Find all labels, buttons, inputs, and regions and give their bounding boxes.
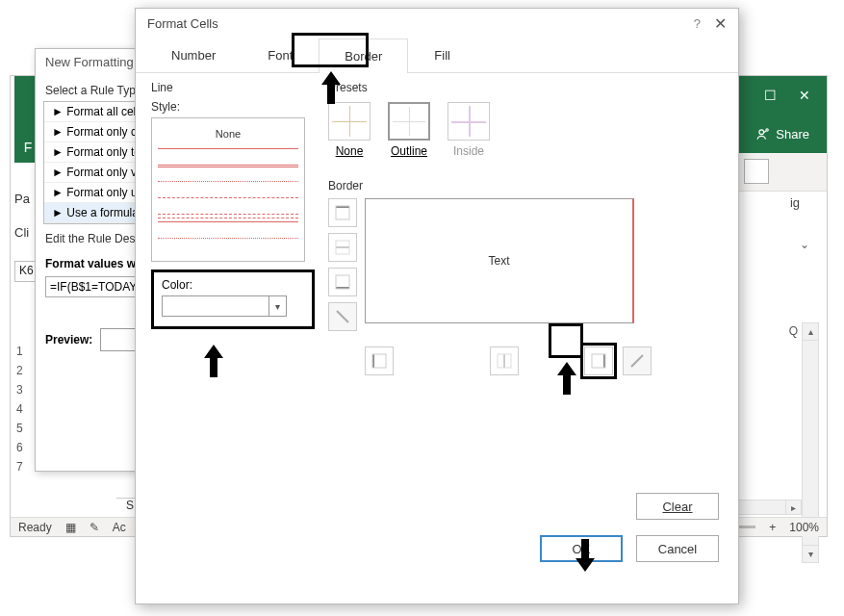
- border-right-button[interactable]: [584, 346, 613, 375]
- border-preview: Text: [365, 198, 634, 323]
- scroll-right-icon[interactable]: ▸: [785, 500, 801, 514]
- row-header[interactable]: 3: [16, 380, 23, 399]
- preset-outline[interactable]: Outline: [388, 102, 430, 158]
- svg-rect-14: [592, 354, 605, 368]
- style-label: Style:: [151, 100, 315, 114]
- share-button[interactable]: Share: [756, 127, 809, 141]
- preset-inside[interactable]: Inside: [448, 102, 490, 158]
- line-style-option[interactable]: [158, 214, 298, 218]
- paste-label: Pa: [14, 192, 30, 206]
- border-bottom-row: [365, 343, 652, 379]
- preset-none-icon: [328, 102, 371, 141]
- line-style-list[interactable]: None: [151, 117, 305, 262]
- border-side-buttons: [328, 198, 357, 337]
- clipboard-label: Cli: [14, 225, 29, 240]
- preview-label: Preview:: [45, 333, 92, 346]
- tab-font[interactable]: Font: [242, 38, 319, 72]
- border-left-button[interactable]: [365, 346, 394, 375]
- clear-button[interactable]: Clear: [636, 493, 719, 520]
- svg-rect-7: [336, 275, 349, 289]
- border-middle-h-button[interactable]: [328, 233, 357, 262]
- svg-rect-3: [336, 206, 349, 219]
- dialog-title: Format Cells: [147, 16, 218, 31]
- preset-inside-icon: [448, 102, 490, 141]
- presets-label: Presets: [328, 81, 490, 94]
- svg-rect-11: [503, 354, 505, 368]
- dialog-body: Line Style: None Color: ▾ Prese: [136, 73, 738, 574]
- zoom-in-button[interactable]: +: [769, 521, 776, 534]
- row-headers: 1 2 3 4 5 6 7: [16, 342, 23, 476]
- ribbon-peek-text: ig: [790, 195, 800, 210]
- scroll-up-icon[interactable]: ▴: [803, 323, 818, 341]
- row-header[interactable]: 1: [16, 342, 23, 361]
- cancel-button[interactable]: Cancel: [636, 535, 719, 562]
- dialog-footer: OK Cancel: [540, 535, 719, 562]
- border-diag-down-button[interactable]: [328, 302, 357, 331]
- line-style-none[interactable]: None: [158, 122, 298, 145]
- dialog-titlebar[interactable]: Format Cells ? ✕: [136, 9, 738, 38]
- close-icon[interactable]: ✕: [714, 14, 727, 33]
- help-icon[interactable]: ?: [694, 16, 701, 31]
- minimize-icon[interactable]: ☐: [761, 87, 779, 104]
- preset-none[interactable]: None: [328, 102, 371, 158]
- status-icon: ▦: [65, 521, 76, 534]
- accessibility-icon[interactable]: ✎: [90, 521, 99, 534]
- presets-group: Presets None Outline Inside: [328, 81, 490, 158]
- share-label: Share: [776, 127, 809, 141]
- line-style-option[interactable]: [158, 181, 298, 194]
- collapse-ribbon-icon[interactable]: ⌄: [800, 238, 809, 251]
- preset-none-label: None: [336, 144, 364, 158]
- svg-line-15: [631, 355, 643, 367]
- row-header[interactable]: 6: [16, 438, 23, 457]
- border-middle-v-button[interactable]: [490, 346, 519, 375]
- border-label: Border: [328, 179, 652, 192]
- svg-point-1: [766, 129, 768, 131]
- tab-fill[interactable]: Fill: [408, 38, 476, 72]
- preset-outline-icon: [388, 102, 430, 141]
- svg-rect-4: [336, 246, 349, 248]
- color-group: Color: ▾: [151, 270, 315, 329]
- chevron-down-icon[interactable]: ▾: [269, 296, 286, 316]
- accessibility-label: Ac: [113, 521, 126, 534]
- preset-outline-label: Outline: [391, 144, 427, 158]
- line-style-option[interactable]: [158, 165, 298, 178]
- svg-point-0: [759, 130, 764, 135]
- line-style-option[interactable]: [158, 238, 298, 251]
- row-header[interactable]: 2: [16, 361, 23, 380]
- dialog-tabs: Number Font Border Fill: [136, 38, 738, 73]
- column-header-q[interactable]: Q: [789, 324, 798, 338]
- svg-rect-10: [372, 354, 386, 368]
- line-group: Line Style: None Color: ▾: [151, 81, 315, 329]
- row-header[interactable]: 7: [16, 457, 23, 476]
- row-header[interactable]: 4: [16, 399, 23, 419]
- line-style-option[interactable]: [158, 148, 298, 162]
- border-preview-text: Text: [488, 254, 509, 268]
- zoom-level[interactable]: 100%: [789, 521, 819, 534]
- ok-button[interactable]: OK: [540, 535, 623, 562]
- tab-border[interactable]: Border: [319, 38, 408, 73]
- line-label: Line: [151, 81, 315, 94]
- border-bottom-button[interactable]: [328, 268, 357, 296]
- border-group: Border Text: [328, 179, 652, 379]
- color-dropdown[interactable]: ▾: [162, 295, 287, 317]
- close-icon[interactable]: ✕: [796, 87, 813, 104]
- line-style-option[interactable]: [158, 197, 298, 211]
- line-style-option[interactable]: [158, 221, 298, 235]
- scroll-down-icon[interactable]: ▾: [803, 545, 818, 562]
- border-top-button[interactable]: [328, 198, 357, 227]
- preset-inside-label: Inside: [453, 144, 484, 158]
- border-diag-up-button[interactable]: [623, 346, 652, 375]
- border-right-highlight: [580, 343, 617, 379]
- svg-line-8: [337, 311, 348, 322]
- color-label: Color:: [162, 278, 304, 292]
- status-ready: Ready: [18, 521, 52, 534]
- format-cells-dialog: Format Cells ? ✕ Number Font Border Fill…: [135, 8, 739, 604]
- ribbon-peek-box[interactable]: [744, 159, 769, 184]
- row-header[interactable]: 5: [16, 419, 23, 438]
- tab-number[interactable]: Number: [145, 38, 242, 72]
